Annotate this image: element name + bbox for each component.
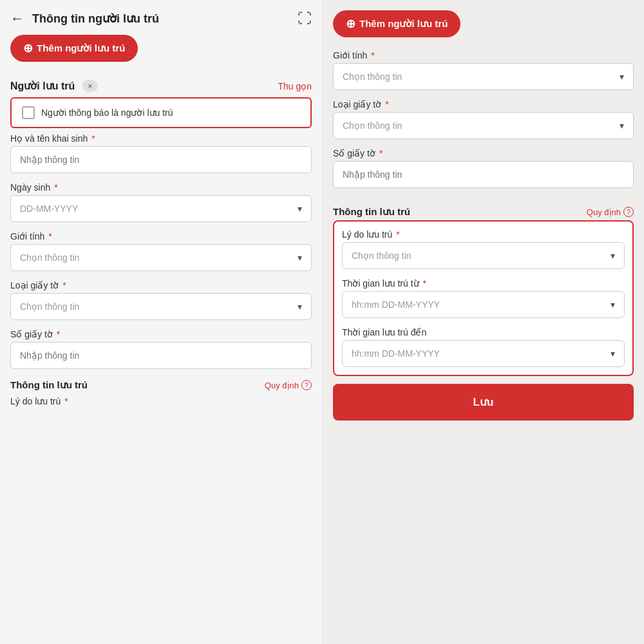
left-panel: ← Thông tin người lưu trú ⛶ ⊕ Thêm người… xyxy=(0,0,322,644)
gioi-tinh-select[interactable]: Chọn thông tin ▾ xyxy=(10,244,312,271)
gioi-tinh-label: Giới tính * xyxy=(10,231,312,242)
header-left: ← Thông tin người lưu trú xyxy=(10,10,159,27)
gioi-tinh-placeholder: Chọn thông tin xyxy=(20,252,79,263)
section-title-area: Người lưu trú × xyxy=(10,80,98,92)
right-so-giay-to-required: * xyxy=(379,148,383,158)
add-person-button[interactable]: ⊕ Thêm người lưu trú xyxy=(10,35,138,62)
gioi-tinh-field-group: Giới tính * Chọn thông tin ▾ xyxy=(10,231,312,271)
ho-ten-required: * xyxy=(91,133,95,144)
left-regulation-link[interactable]: Quy định ? xyxy=(265,380,312,390)
so-giay-to-label: Số giấy tờ * xyxy=(10,329,312,339)
right-loai-giay-to-label: Loại giấy tờ * xyxy=(333,99,634,109)
loai-giay-to-field-group: Loại giấy tờ * Chọn thông tin ▾ xyxy=(10,280,312,320)
left-info-section-header: Thông tin lưu trú Quy định ? xyxy=(0,369,322,393)
collapse-button[interactable]: Thu gọn xyxy=(278,81,312,91)
ngay-sinh-placeholder: DD-MM-YYYY xyxy=(20,204,78,214)
left-header: ← Thông tin người lưu trú ⛶ xyxy=(0,0,322,35)
right-loai-giay-to-chevron: ▾ xyxy=(620,120,624,131)
checkbox-row: Người thông báo là người lưu trú xyxy=(10,97,312,128)
right-regulation-icon: ? xyxy=(623,207,634,217)
right-so-giay-to-input[interactable] xyxy=(333,161,634,188)
thoi-gian-den-placeholder: hh:mm DD-MM-YYYY xyxy=(352,348,440,359)
ly-do-placeholder: Chọn thông tin xyxy=(352,251,411,261)
section-header: Người lưu trú × Thu gọn xyxy=(0,72,322,97)
ngay-sinh-label: Ngày sinh * xyxy=(10,182,312,193)
thoi-gian-tu-required: * xyxy=(423,278,426,289)
gioi-tinh-chevron: ▾ xyxy=(298,252,302,263)
right-so-giay-to-label: Số giấy tờ * xyxy=(333,148,634,158)
ly-do-left-required: * xyxy=(64,396,68,406)
gioi-tinh-required: * xyxy=(48,231,52,242)
thoi-gian-tu-chevron: ▾ xyxy=(611,299,615,310)
right-loai-giay-to-required: * xyxy=(385,99,388,109)
ngay-sinh-select[interactable]: DD-MM-YYYY ▾ xyxy=(10,195,312,222)
ngay-sinh-required: * xyxy=(54,182,57,193)
thoi-gian-tu-field-group: Thời gian lưu trú từ * hh:mm DD-MM-YYYY … xyxy=(342,278,625,318)
right-gioi-tinh-field-group: Giới tính * Chọn thông tin ▾ xyxy=(333,50,634,90)
thoi-gian-den-field-group: Thời gian lưu trú đến hh:mm DD-MM-YYYY ▾ xyxy=(342,327,625,367)
ho-ten-input[interactable] xyxy=(10,146,312,173)
right-loai-giay-to-field-group: Loại giấy tờ * Chọn thông tin ▾ xyxy=(333,99,634,139)
save-button[interactable]: Lưu xyxy=(333,384,634,421)
right-so-giay-to-field-group: Số giấy tờ * xyxy=(333,148,634,188)
right-gioi-tinh-chevron: ▾ xyxy=(620,71,624,82)
right-panel: ⊕ Thêm người lưu trú Giới tính * Chọn th… xyxy=(322,0,644,644)
right-add-person-label: Thêm người lưu trú xyxy=(359,18,448,30)
right-loai-giay-to-placeholder: Chọn thông tin xyxy=(343,120,402,131)
left-regulation-label: Quy định xyxy=(265,381,299,390)
loai-giay-to-chevron: ▾ xyxy=(298,301,302,312)
ngay-sinh-chevron: ▾ xyxy=(298,204,302,214)
loai-giay-to-placeholder: Chọn thông tin xyxy=(20,301,79,312)
right-gioi-tinh-required: * xyxy=(371,50,374,61)
so-giay-to-required: * xyxy=(57,329,60,339)
right-header: ⊕ Thêm người lưu trú xyxy=(323,0,644,43)
thoi-gian-den-select[interactable]: hh:mm DD-MM-YYYY ▾ xyxy=(342,340,625,367)
reporter-is-resident-checkbox[interactable] xyxy=(22,106,35,119)
right-add-person-button[interactable]: ⊕ Thêm người lưu trú xyxy=(333,10,460,37)
ly-do-select[interactable]: Chọn thông tin ▾ xyxy=(342,242,625,269)
right-loai-giay-to-select[interactable]: Chọn thông tin ▾ xyxy=(333,112,634,139)
left-luu-tru-form: Lý do lưu trú * xyxy=(0,396,322,417)
ly-do-chevron: ▾ xyxy=(611,251,615,261)
right-info-title: Thông tin lưu trú xyxy=(333,206,410,218)
thoi-gian-den-chevron: ▾ xyxy=(611,348,615,359)
thoi-gian-tu-placeholder: hh:mm DD-MM-YYYY xyxy=(352,299,440,310)
scan-icon[interactable]: ⛶ xyxy=(298,10,312,27)
right-regulation-link[interactable]: Quy định ? xyxy=(587,207,634,217)
left-regulation-icon: ? xyxy=(301,380,312,390)
ly-do-left-field-group: Lý do lưu trú * xyxy=(10,396,312,406)
ly-do-label: Lý do lưu trú * xyxy=(342,229,625,240)
right-form: Giới tính * Chọn thông tin ▾ Loại giấy t… xyxy=(323,43,644,196)
loai-giay-to-required: * xyxy=(62,280,66,290)
right-plus-icon: ⊕ xyxy=(346,17,355,31)
right-regulation-label: Quy định xyxy=(587,207,621,217)
thoi-gian-den-label: Thời gian lưu trú đến xyxy=(342,327,625,337)
section-title: Người lưu trú xyxy=(10,80,75,92)
page-title: Thông tin người lưu trú xyxy=(32,12,159,26)
section-close-tag[interactable]: × xyxy=(82,80,98,92)
so-giay-to-input[interactable] xyxy=(10,342,312,369)
plus-icon: ⊕ xyxy=(23,41,33,55)
right-gioi-tinh-placeholder: Chọn thông tin xyxy=(343,71,402,82)
thoi-gian-tu-label: Thời gian lưu trú từ * xyxy=(342,278,625,289)
ly-do-left-label: Lý do lưu trú * xyxy=(10,396,312,406)
ngay-sinh-field-group: Ngày sinh * DD-MM-YYYY ▾ xyxy=(10,182,312,222)
left-form: Họ và tên khai sinh * Ngày sinh * DD-MM-… xyxy=(0,133,322,369)
ho-ten-label: Họ và tên khai sinh * xyxy=(10,133,312,144)
add-person-label: Thêm người lưu trú xyxy=(37,43,125,54)
thoi-gian-tu-select[interactable]: hh:mm DD-MM-YYYY ▾ xyxy=(342,291,625,318)
luu-tru-box: Lý do lưu trú * Chọn thông tin ▾ Thời gi… xyxy=(333,220,634,376)
loai-giay-to-label: Loại giấy tờ * xyxy=(10,280,312,290)
ly-do-field-group: Lý do lưu trú * Chọn thông tin ▾ xyxy=(342,229,625,269)
left-info-title: Thông tin lưu trú xyxy=(10,379,88,391)
checkbox-label: Người thông báo là người lưu trú xyxy=(41,108,173,118)
right-gioi-tinh-label: Giới tính * xyxy=(333,50,634,61)
back-button[interactable]: ← xyxy=(10,10,24,27)
ho-ten-field-group: Họ và tên khai sinh * xyxy=(10,133,312,173)
right-gioi-tinh-select[interactable]: Chọn thông tin ▾ xyxy=(333,63,634,90)
ly-do-required: * xyxy=(396,229,399,240)
so-giay-to-field-group: Số giấy tờ * xyxy=(10,329,312,369)
loai-giay-to-select[interactable]: Chọn thông tin ▾ xyxy=(10,293,312,320)
right-info-section-header: Thông tin lưu trú Quy định ? xyxy=(323,196,644,220)
